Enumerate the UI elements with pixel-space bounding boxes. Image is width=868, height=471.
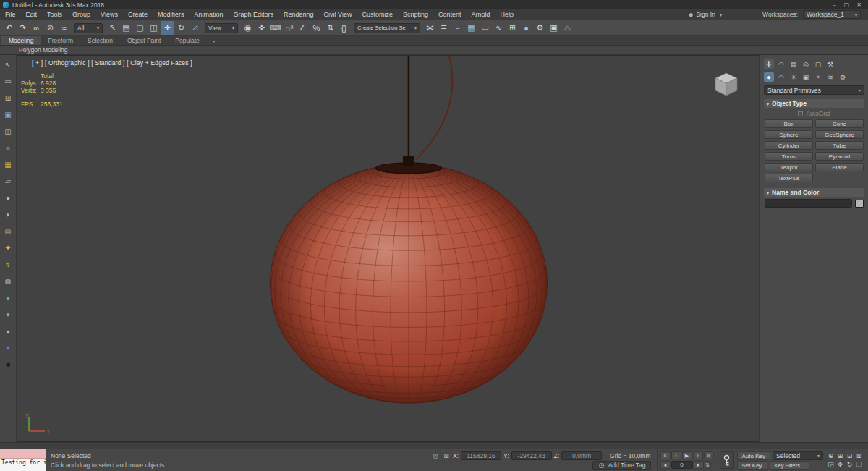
- ribbon-tab[interactable]: Selection: [80, 36, 120, 45]
- maximize-viewport-icon[interactable]: ❒: [854, 460, 864, 469]
- material-sample-icon[interactable]: ⌗: [2, 142, 14, 154]
- percent-snap-icon[interactable]: %: [310, 21, 323, 35]
- select-by-name-icon[interactable]: ▤: [119, 21, 133, 35]
- display-tab[interactable]: ▢: [813, 59, 823, 69]
- menu-item[interactable]: Edit: [21, 11, 43, 18]
- select-and-rotate-icon[interactable]: ↻: [174, 21, 188, 35]
- keyboard-shortcut-override-icon[interactable]: ⌨: [268, 21, 282, 35]
- dark-box-icon[interactable]: ■: [2, 358, 14, 370]
- surface-icon[interactable]: ◍: [2, 275, 14, 287]
- plane-button[interactable]: Plane: [815, 163, 864, 171]
- object-type-rollout[interactable]: ▾ Object Type: [764, 99, 864, 108]
- menu-item[interactable]: Help: [495, 11, 519, 18]
- grid-snap-icon[interactable]: ⊞: [2, 92, 14, 104]
- render-setup-icon[interactable]: ⚙: [533, 21, 547, 35]
- torus-primitive-icon[interactable]: ◎: [2, 225, 14, 237]
- pan-icon[interactable]: ✥: [835, 460, 845, 469]
- selection-lock-icon[interactable]: ⊠: [442, 451, 451, 460]
- motion-tab[interactable]: ◎: [801, 59, 811, 69]
- ring-icon[interactable]: ◒: [2, 325, 14, 337]
- y-coordinate-field[interactable]: -29422,43: [511, 451, 552, 460]
- unlink-selection-icon[interactable]: ⊘: [43, 21, 57, 35]
- cylinder-button[interactable]: Cylinder: [765, 141, 813, 150]
- zoom-extents-icon[interactable]: ⊡: [845, 451, 854, 460]
- angle-snap-icon[interactable]: ∠: [296, 21, 310, 35]
- minimize-button[interactable]: –: [828, 1, 841, 8]
- zoom-extents-all-icon[interactable]: ⊠: [854, 451, 864, 460]
- systems-category[interactable]: ⚙: [838, 72, 848, 82]
- bind-to-space-warp-icon[interactable]: ≈: [57, 21, 71, 35]
- previous-frame-button[interactable]: ‹: [671, 451, 681, 459]
- current-frame-field[interactable]: 0: [671, 461, 693, 469]
- menu-item[interactable]: Scripting: [398, 11, 433, 18]
- previous-key-button[interactable]: ◂: [660, 461, 671, 469]
- green-sphere-icon[interactable]: ●: [2, 308, 14, 321]
- tube-button[interactable]: Tube: [815, 141, 864, 150]
- object-name-input[interactable]: [765, 199, 852, 208]
- select-and-move-icon[interactable]: ✛: [161, 21, 174, 35]
- ribbon-tab[interactable]: Populate: [168, 36, 207, 45]
- cylinder-primitive-icon[interactable]: ◗: [2, 208, 14, 221]
- rectangular-selection-region-icon[interactable]: ▢: [133, 21, 147, 35]
- space-warps-category[interactable]: ≋: [825, 72, 835, 82]
- named-selection-sets-dropdown[interactable]: Create Selection Se ▾: [354, 23, 420, 33]
- menu-item[interactable]: Tools: [42, 11, 67, 18]
- zoom-icon[interactable]: ⊕: [826, 451, 835, 460]
- cameras-category[interactable]: ▣: [801, 72, 811, 82]
- plane-primitive-icon[interactable]: ▱: [2, 175, 14, 187]
- key-filters-button[interactable]: Key Filters...: [770, 461, 810, 470]
- pyramid-button[interactable]: Pyramid: [815, 152, 864, 161]
- sphere-primitive-icon[interactable]: ●: [2, 192, 14, 204]
- redo-icon[interactable]: ↷: [16, 21, 30, 35]
- window-crossing-icon[interactable]: ◫: [147, 21, 161, 35]
- menu-item[interactable]: File: [0, 11, 21, 18]
- primitives-dropdown[interactable]: Standard Primitives ▾: [764, 85, 864, 95]
- shapes-category[interactable]: ◠: [776, 72, 786, 82]
- spinner-snap-icon[interactable]: ⇅: [323, 21, 337, 35]
- autogrid-checkbox[interactable]: AutoGrid: [764, 109, 864, 118]
- set-key-button[interactable]: Set Key: [737, 461, 767, 470]
- close-button[interactable]: ✕: [853, 1, 865, 8]
- select-object-icon[interactable]: ↖: [106, 21, 119, 35]
- selection-filter-dropdown[interactable]: All ▾: [74, 23, 103, 33]
- menu-item[interactable]: Group: [67, 11, 95, 18]
- ribbon-options-icon[interactable]: ▾: [207, 36, 221, 45]
- material-editor-icon[interactable]: ●: [519, 21, 533, 35]
- viewport-label[interactable]: [ + ] [ Orthographic ] [ Standard ] [ Cl…: [32, 59, 192, 67]
- zoom-all-icon[interactable]: ⊞: [835, 451, 845, 460]
- select-and-manipulate-icon[interactable]: ✜: [255, 21, 268, 35]
- utilities-tab[interactable]: ⚒: [825, 59, 835, 69]
- use-pivot-point-center-icon[interactable]: ◉: [241, 21, 255, 35]
- ribbon-tab[interactable]: Modeling: [1, 36, 41, 45]
- menu-item[interactable]: Create: [123, 11, 153, 18]
- menu-item[interactable]: Civil View: [319, 11, 357, 18]
- maximize-button[interactable]: ▢: [841, 1, 853, 8]
- select-and-link-icon[interactable]: ∞: [30, 21, 43, 35]
- select-cursor-icon[interactable]: ↖: [2, 59, 14, 71]
- helpers-category[interactable]: ⌖: [813, 72, 823, 82]
- menu-item[interactable]: Rendering: [278, 11, 319, 18]
- next-frame-button[interactable]: ›: [693, 451, 703, 459]
- rendered-frame-icon[interactable]: ▣: [547, 21, 561, 35]
- geometry-category[interactable]: ●: [764, 72, 774, 82]
- marquee-icon[interactable]: ▭: [2, 75, 14, 88]
- viewcube[interactable]: [710, 69, 743, 98]
- layers-panel-icon[interactable]: ◫: [2, 125, 14, 137]
- track-bar[interactable]: [0, 442, 868, 449]
- object-color-swatch[interactable]: [855, 200, 864, 208]
- menu-item[interactable]: Content: [433, 11, 467, 18]
- menu-item[interactable]: Customize: [357, 11, 398, 18]
- render-production-icon[interactable]: ♨: [561, 21, 574, 35]
- sign-in-button[interactable]: ☻ Sign In ▾: [688, 11, 757, 18]
- blue-sphere-icon[interactable]: ●: [2, 341, 14, 354]
- schematic-view-icon[interactable]: ⊞: [506, 21, 519, 35]
- scene-explorer-icon[interactable]: ▦: [464, 21, 478, 35]
- scene-panel-icon[interactable]: ▣: [2, 109, 14, 121]
- ribbon-tab[interactable]: Object Paint: [120, 36, 168, 45]
- ribbon-tab[interactable]: Freeform: [41, 36, 80, 45]
- isolate-selection-icon[interactable]: ◎: [431, 451, 440, 460]
- teapot-button[interactable]: Teapot: [765, 163, 813, 171]
- macro-recorder-pane[interactable]: [0, 449, 46, 459]
- box-primitive-icon[interactable]: ▦: [2, 158, 14, 171]
- set-keys-button[interactable]: [720, 451, 734, 469]
